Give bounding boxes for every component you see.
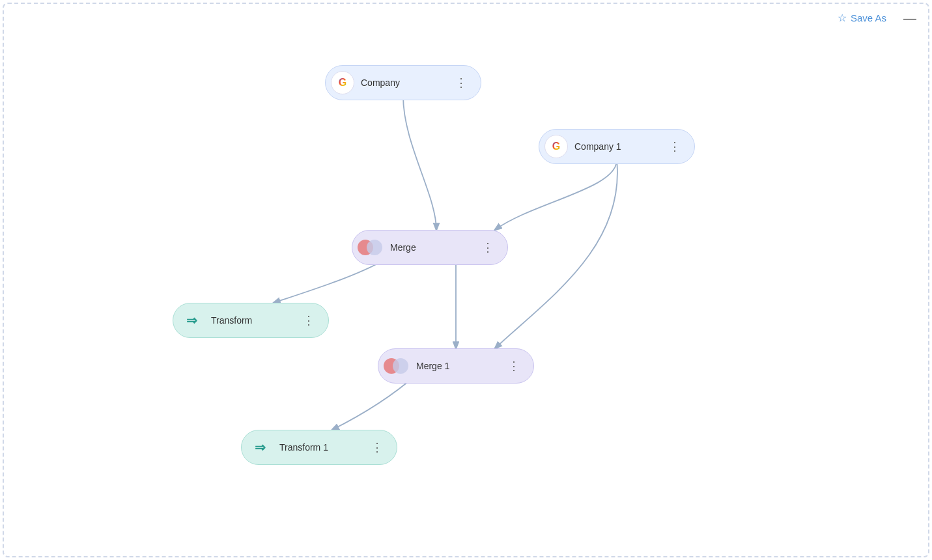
node-transform1[interactable]: ⇒ Transform 1 ⋮ [241, 430, 397, 465]
save-as-label: Save As [851, 12, 886, 23]
google-g-letter: G [339, 77, 346, 89]
google-icon-company1: G [544, 135, 568, 158]
company-menu-button[interactable]: ⋮ [453, 76, 470, 90]
transform1-arrow-icon: ⇒ [255, 440, 266, 455]
merge-icon [358, 236, 384, 259]
connection-company1-merge1 [495, 160, 617, 348]
node-merge1[interactable]: Merge 1 ⋮ [378, 348, 534, 384]
transform-icon: ⇒ [178, 309, 205, 332]
transform-menu-button[interactable]: ⋮ [300, 313, 318, 328]
transform-arrow-icon: ⇒ [186, 313, 197, 328]
company-label: Company [361, 77, 446, 88]
google-icon-company: G [331, 71, 354, 94]
merge1-icon [384, 354, 410, 378]
transform1-label: Transform 1 [279, 442, 362, 453]
merge1-circle-right [393, 358, 408, 374]
merge-circle-right [367, 240, 382, 255]
node-company1[interactable]: G Company 1 ⋮ [539, 129, 695, 164]
merge-label: Merge [390, 242, 473, 253]
transform-label: Transform [211, 315, 294, 326]
company1-label: Company 1 [574, 141, 660, 152]
star-icon: ☆ [838, 12, 847, 24]
node-transform[interactable]: ⇒ Transform ⋮ [173, 303, 329, 338]
company1-menu-button[interactable]: ⋮ [666, 139, 684, 154]
google-g-letter-1: G [552, 141, 560, 152]
minimize-button[interactable]: — [898, 9, 922, 27]
top-bar: ☆ Save As — [821, 0, 932, 36]
connection-company-merge [403, 96, 436, 230]
merge1-menu-button[interactable]: ⋮ [505, 359, 523, 373]
connection-company1-merge [495, 160, 617, 230]
save-as-button[interactable]: ☆ Save As [831, 8, 893, 28]
transform1-icon: ⇒ [247, 436, 273, 459]
merge-menu-button[interactable]: ⋮ [479, 240, 497, 255]
dash-label: — [903, 11, 916, 25]
merge1-label: Merge 1 [416, 361, 499, 371]
node-company[interactable]: G Company ⋮ [325, 65, 481, 100]
node-merge[interactable]: Merge ⋮ [352, 230, 508, 265]
transform1-menu-button[interactable]: ⋮ [369, 440, 386, 455]
